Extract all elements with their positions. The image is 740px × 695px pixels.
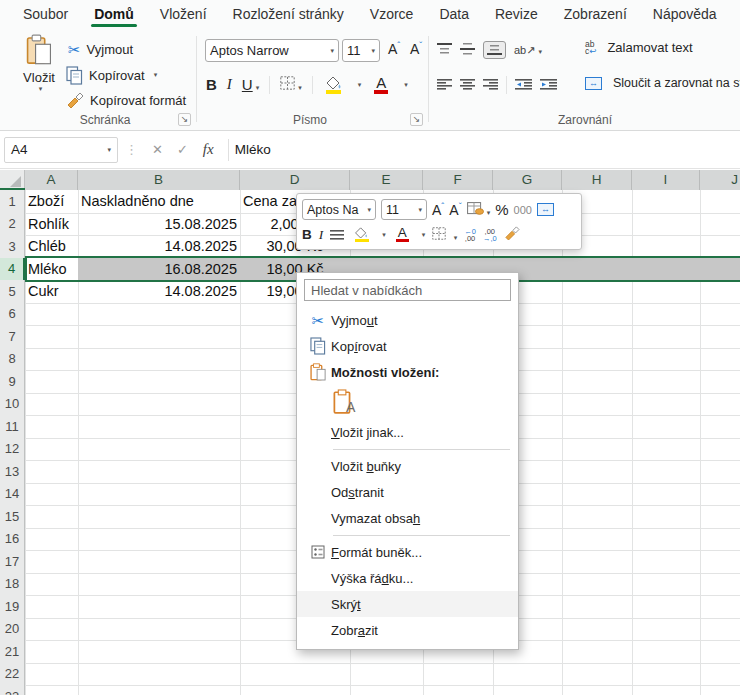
column-header-J[interactable]: J: [700, 170, 740, 190]
select-all-corner[interactable]: [0, 170, 25, 190]
cell-B2[interactable]: 15.08.2025: [78, 213, 240, 236]
align-left-button[interactable]: [437, 76, 452, 94]
row-header-14[interactable]: 14: [0, 483, 25, 507]
insert-function-button[interactable]: fx: [203, 141, 214, 158]
cell-A3[interactable]: Chléb: [25, 235, 78, 258]
borders-button[interactable]: ▾: [280, 76, 302, 94]
row-header-21[interactable]: 21: [0, 640, 25, 664]
context-menu-item-cut[interactable]: ✂Vyjmout: [297, 307, 518, 333]
row-header-20[interactable]: 20: [0, 618, 25, 642]
row-header-4[interactable]: 4: [0, 258, 25, 282]
formula-bar-dots-icon[interactable]: ⋮: [125, 142, 138, 157]
cell-A5[interactable]: Cukr: [25, 280, 78, 303]
column-header-E[interactable]: E: [350, 170, 423, 190]
column-header-G[interactable]: G: [493, 170, 562, 190]
font-dialog-launcher[interactable]: ↘: [410, 113, 423, 126]
name-box[interactable]: A4 ▾: [4, 137, 118, 163]
row-header-3[interactable]: 3: [0, 235, 25, 259]
row-header-2[interactable]: 2: [0, 213, 25, 237]
percent-style-button[interactable]: %: [495, 201, 508, 218]
italic-button[interactable]: I: [227, 76, 232, 93]
mini-font-size-combo[interactable]: 11 ▾: [381, 199, 427, 220]
cut-button[interactable]: ✂ Vyjmout: [68, 38, 133, 60]
decrease-decimal-button[interactable]: ,00→,0: [483, 228, 497, 242]
font-size-combo[interactable]: 11 ▾: [342, 39, 380, 62]
paste-button[interactable]: Vložit ▾: [16, 34, 62, 93]
row-header-16[interactable]: 16: [0, 528, 25, 552]
copy-chevron-icon[interactable]: ▾: [154, 71, 158, 79]
increase-indent-button[interactable]: [540, 76, 557, 94]
decrease-indent-button[interactable]: [515, 76, 532, 94]
context-menu-item-paste-special[interactable]: Vložit jinak...: [297, 419, 518, 445]
bold-button[interactable]: B: [206, 76, 217, 93]
paste-chevron-icon[interactable]: ▾: [19, 85, 62, 93]
mini-fill-color-button[interactable]: [351, 225, 372, 245]
mini-font-name-combo[interactable]: Aptos Na ▾: [302, 199, 376, 220]
row-header-10[interactable]: 10: [0, 393, 25, 417]
enter-button[interactable]: ✓: [177, 142, 188, 157]
cell-B4[interactable]: 16.08.2025: [78, 258, 240, 281]
menu-tab-soubor[interactable]: Soubor: [10, 0, 81, 28]
row-header-9[interactable]: 9: [0, 370, 25, 394]
menu-tab-rozlo-en-str-nky[interactable]: Rozložení stránky: [220, 0, 357, 28]
shrink-font-button[interactable]: Aˇ: [410, 40, 422, 57]
fill-color-button[interactable]: [323, 74, 345, 96]
mini-grow-font-button[interactable]: Aˆ: [432, 201, 444, 218]
merge-center-button[interactable]: ↔ Sloučit a zarovnat na střed: [585, 76, 740, 90]
mini-italic-button[interactable]: I: [319, 227, 324, 243]
context-menu-item-format-cells[interactable]: Formát buněk...: [297, 539, 518, 565]
context-menu-item-copy[interactable]: Kopírovat: [297, 333, 518, 359]
context-menu-search-input[interactable]: [304, 279, 511, 301]
cell-B1[interactable]: Naskladněno dne: [78, 190, 240, 213]
increase-decimal-button[interactable]: ←0,00: [464, 228, 476, 242]
name-box-chevron-icon[interactable]: ▾: [107, 146, 111, 154]
align-bottom-button[interactable]: [483, 41, 506, 59]
fill-chevron-icon[interactable]: ▾: [358, 81, 362, 89]
mini-font-color-button[interactable]: A: [393, 225, 412, 245]
cell-A1[interactable]: Zboží: [25, 190, 78, 213]
column-header-I[interactable]: I: [632, 170, 700, 190]
wrap-text-button[interactable]: abc↩ Zalamovat text: [585, 40, 693, 55]
menu-tab-vzorce[interactable]: Vzorce: [357, 0, 427, 28]
column-header-D[interactable]: D: [240, 170, 350, 190]
align-center-button[interactable]: [460, 76, 475, 94]
comma-style-button[interactable]: 000: [514, 204, 532, 216]
menu-tab-n-pov-da[interactable]: Nápověda: [640, 0, 730, 28]
mini-borders-button[interactable]: ▾: [432, 226, 457, 244]
context-menu-item-paste-option-values[interactable]: A: [297, 385, 518, 419]
context-menu-item-row-height[interactable]: Výška řádku...: [297, 565, 518, 591]
row-header-18[interactable]: 18: [0, 573, 25, 597]
font-name-chevron-icon[interactable]: ▾: [330, 47, 334, 55]
row-header-6[interactable]: 6: [0, 303, 25, 327]
row-header-11[interactable]: 11: [0, 415, 25, 439]
row-header-13[interactable]: 13: [0, 460, 25, 484]
menu-tab-zobrazen[interactable]: Zobrazení: [551, 0, 640, 28]
mini-bold-button[interactable]: B: [302, 227, 312, 242]
clipboard-dialog-launcher[interactable]: ↘: [178, 113, 191, 126]
font-size-chevron-icon[interactable]: ▾: [371, 47, 375, 55]
orientation-chevron-icon[interactable]: ▾: [538, 48, 542, 55]
cell-A2[interactable]: Rohlík: [25, 213, 78, 236]
column-header-H[interactable]: H: [562, 170, 632, 190]
row-header-1[interactable]: 1: [0, 190, 25, 214]
row-header-19[interactable]: 19: [0, 595, 25, 619]
font-color-button[interactable]: A: [371, 74, 391, 96]
font-color-chevron-icon[interactable]: ▾: [404, 81, 408, 89]
menu-tab-dom[interactable]: Domů: [81, 0, 147, 28]
column-header-F[interactable]: F: [423, 170, 493, 190]
context-menu-item-clear-contents[interactable]: Vymazat obsah: [297, 505, 518, 531]
format-painter-button[interactable]: Kopírovat formát: [66, 89, 186, 111]
format-as-table-button[interactable]: ▾: [467, 201, 491, 219]
align-top-button[interactable]: [437, 41, 452, 59]
font-name-combo[interactable]: Aptos Narrow ▾: [205, 39, 339, 62]
column-header-B[interactable]: B: [78, 170, 240, 190]
grow-font-button[interactable]: Aˆ: [388, 40, 400, 57]
context-menu-item-hide[interactable]: Skrýt: [297, 591, 518, 617]
mini-shrink-font-button[interactable]: Aˇ: [449, 201, 461, 218]
copy-button[interactable]: Kopírovat ▾: [66, 64, 157, 86]
borders-chevron-icon[interactable]: ▾: [298, 84, 302, 91]
mini-format-painter-button[interactable]: [504, 226, 520, 244]
menu-tab-vlo-en[interactable]: Vložení: [147, 0, 220, 28]
row-header-7[interactable]: 7: [0, 325, 25, 349]
row-header-8[interactable]: 8: [0, 348, 25, 372]
